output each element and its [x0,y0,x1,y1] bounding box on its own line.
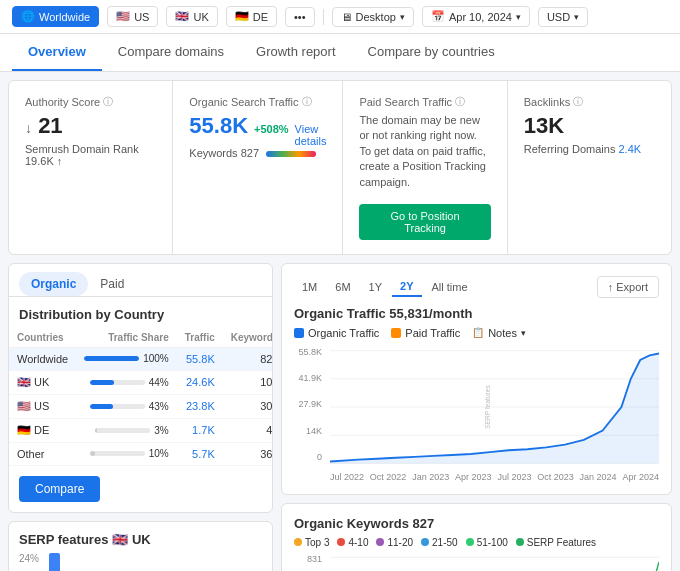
serp-bars [49,553,262,571]
kw-y-labels: 8316234162080 [294,554,326,571]
backlinks-value: 13K [524,113,655,139]
distribution-table-wrap: Countries Traffic Share Traffic Keywords… [9,328,272,466]
backlinks-label: Backlinks ⓘ [524,95,655,109]
kw-chart-svg-wrap [330,554,659,571]
info-icon: ⓘ [302,95,312,109]
x-label: Apr 2024 [622,472,659,482]
metrics-row: Authority Score ⓘ ↓ 21 Semrush Domain Ra… [8,80,672,255]
authority-sub: Semrush Domain Rank 19.6K ↑ [25,143,156,167]
organic-sub: Keywords 827 [189,147,326,159]
time-controls: 1M6M1Y2YAll time ↑ Export [294,276,659,298]
us-btn[interactable]: 🇺🇸 US [107,6,158,27]
uk-btn[interactable]: 🇬🇧 UK [166,6,217,27]
kw-dot [421,538,429,546]
position-tracking-btn[interactable]: Go to Position Tracking [359,204,490,240]
kw-legend-item: 11-20 [376,537,413,548]
currency-selector[interactable]: USD ▾ [538,7,588,27]
traffic-cell: 5.7K [177,442,223,465]
table-row: 🇬🇧 UK 44% 24.6K109 [9,370,272,394]
y-label: 831 [294,554,322,564]
y-label: 0 [294,452,322,462]
authority-label: Authority Score ⓘ [25,95,156,109]
y-label: 41.9K [294,373,322,383]
svg-marker-6 [330,353,659,463]
chart-legend: Organic TrafficPaid Traffic📋 Notes ▾ [294,327,659,339]
organic-badge: +508% [254,123,289,135]
kw-legend-item: SERP Features [516,537,596,548]
organic-label: Organic Search Traffic ⓘ [189,95,326,109]
paid-label: Paid Search Traffic ⓘ [359,95,490,109]
y-label: 55.8K [294,347,322,357]
col-traffic: Traffic [177,328,223,348]
organic-tab[interactable]: Organic [19,272,88,296]
tab-overview[interactable]: Overview [12,34,102,71]
country-cell: Worldwide [9,347,76,370]
device-selector[interactable]: 🖥 Desktop ▾ [332,7,414,27]
legend-item: 📋 Notes ▾ [472,327,526,339]
export-button[interactable]: ↑ Export [597,276,659,298]
distribution-title: Distribution by Country [9,297,272,328]
serp-chart: 24% 12% 0% [19,553,262,571]
notes-icon: 📋 [472,327,484,338]
kw-legend-item: 21-50 [421,537,458,548]
x-axis-labels: Jul 2022Oct 2022Jan 2023Apr 2023Jul 2023… [330,472,659,482]
y-label: 27.9K [294,399,322,409]
svg-text:SERP features: SERP features [484,385,491,429]
x-label: Jan 2023 [412,472,449,482]
serp-y-labels: 24% 12% 0% [19,553,39,571]
compare-button[interactable]: Compare [19,476,100,502]
export-icon: ↑ [608,281,614,293]
more-btn[interactable]: ••• [285,7,315,27]
keywords-chart-title: Organic Keywords 827 [294,516,659,531]
chart-svg-wrap: SERP features [330,347,659,470]
distribution-card: Organic Paid Distribution by Country Cou… [8,263,273,513]
country-cell: 🇩🇪 DE [9,418,76,442]
desktop-icon: 🖥 [341,11,352,23]
info-icon: ⓘ [455,95,465,109]
x-label: Jan 2024 [580,472,617,482]
info-icon: ⓘ [103,95,113,109]
x-label: Jul 2022 [330,472,364,482]
tab-compare-countries[interactable]: Compare by countries [352,34,511,71]
de-btn[interactable]: 🇩🇪 DE [226,6,277,27]
organic-chart-title: Organic Traffic 55,831/month [294,306,659,321]
organic-chart-svg: SERP features [330,347,659,467]
calendar-icon: 📅 [431,10,445,23]
table-row: 🇺🇸 US 43% 23.8K309 [9,394,272,418]
tab-growth-report[interactable]: Growth report [240,34,351,71]
legend-color [391,328,401,338]
date-selector[interactable]: 📅 Apr 10, 2024 ▾ [422,6,530,27]
table-row: Worldwide 100% 55.8K827 [9,347,272,370]
paid-tab[interactable]: Paid [88,272,136,296]
share-cell: 10% [76,442,177,465]
country-cell: Other [9,442,76,465]
worldwide-btn[interactable]: 🌐 Worldwide [12,6,99,27]
time-btn-1y[interactable]: 1Y [361,277,390,297]
time-btn-1m[interactable]: 1M [294,277,325,297]
kw-dot [376,538,384,546]
main-content: Organic Paid Distribution by Country Cou… [0,263,680,571]
organic-paid-tabs: Organic Paid [9,264,272,297]
authority-score-card: Authority Score ⓘ ↓ 21 Semrush Domain Ra… [9,81,173,254]
traffic-cell: 1.7K [177,418,223,442]
view-details-link[interactable]: View details [295,123,327,147]
tab-compare-domains[interactable]: Compare domains [102,34,240,71]
top-bar: 🌐 Worldwide 🇺🇸 US 🇬🇧 UK 🇩🇪 DE ••• 🖥 Desk… [0,0,680,34]
serp-title: SERP features 🇬🇧 UK [19,532,262,547]
chevron-down-icon: ▾ [400,12,405,22]
kw-dot [516,538,524,546]
share-cell: 100% [76,347,177,370]
kw-legend-item: 4-10 [337,537,368,548]
keywords-cell: 309 [223,394,272,418]
time-btn-6m[interactable]: 6M [327,277,358,297]
de-flag-icon: 🇩🇪 [235,10,249,23]
globe-icon: 🌐 [21,10,35,23]
keywords-chart-svg [330,554,659,571]
time-btn-all-time[interactable]: All time [424,277,476,297]
country-flag-icon: 🇩🇪 [17,424,31,436]
backlinks-card: Backlinks ⓘ 13K Referring Domains 2.4K [508,81,671,254]
time-btn-2y[interactable]: 2Y [392,277,421,297]
legend-item: Organic Traffic [294,327,379,339]
nav-tabs: Overview Compare domains Growth report C… [0,34,680,72]
left-panel: Organic Paid Distribution by Country Cou… [8,263,273,571]
